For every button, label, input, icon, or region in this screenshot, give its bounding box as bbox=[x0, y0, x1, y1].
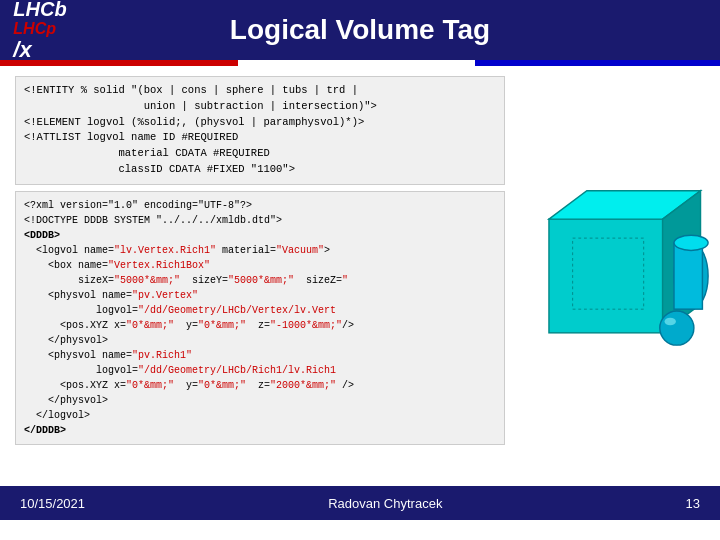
code-line-4: <logvol name="lv.Vertex.Rich1" material=… bbox=[24, 245, 330, 256]
logo-area: LHCb LHCp /x bbox=[0, 0, 80, 60]
code-line-10: </physvol> bbox=[24, 335, 108, 346]
footer-author: Radovan Chytracek bbox=[328, 496, 442, 511]
svg-point-6 bbox=[674, 235, 708, 250]
logo-lhcp: LHCp bbox=[13, 20, 66, 38]
entity-line2: union | subtraction | intersection)"> bbox=[24, 100, 377, 112]
code-line-14: </physvol> bbox=[24, 395, 108, 406]
code-line-13: <pos.XYZ x="0*&mm;" y="0*&mm;" z="2000*&… bbox=[24, 380, 354, 391]
page-title: Logical Volume Tag bbox=[230, 14, 490, 46]
code-line-15: </logvol> bbox=[24, 410, 90, 421]
footer: 10/15/2021 Radovan Chytracek 13 bbox=[0, 486, 720, 520]
svg-rect-5 bbox=[674, 243, 702, 309]
entity-line1: <!ENTITY % solid "(box | cons | sphere |… bbox=[24, 84, 358, 96]
code-line-2: <!DOCTYPE DDDB SYSTEM "../../../xmldb.dt… bbox=[24, 215, 282, 226]
svg-point-7 bbox=[660, 311, 694, 345]
right-panel bbox=[520, 66, 720, 486]
code-line-1: <?xml version="1.0" encoding="UTF-8"?> bbox=[24, 200, 252, 211]
logo-lhcb: LHCb bbox=[13, 0, 66, 20]
code-line-16: </DDDB> bbox=[24, 425, 66, 436]
xml-code-block: <?xml version="1.0" encoding="UTF-8"?> <… bbox=[15, 191, 505, 445]
attlist-line1: <!ATTLIST logvol name ID #REQUIRED bbox=[24, 131, 238, 143]
code-line-7: <physvol name="pv.Vertex" bbox=[24, 290, 198, 301]
dtd-block: <!ENTITY % solid "(box | cons | sphere |… bbox=[15, 76, 505, 185]
attlist-line3: classID CDATA #FIXED "1100"> bbox=[24, 163, 295, 175]
header: LHCb LHCp /x Logical Volume Tag bbox=[0, 0, 720, 60]
svg-rect-0 bbox=[549, 219, 663, 333]
code-line-5: <box name="Vertex.Rich1Box" bbox=[24, 260, 210, 271]
svg-point-8 bbox=[665, 318, 676, 326]
element-line: <!ELEMENT logvol (%solid;, (physvol | pa… bbox=[24, 116, 364, 128]
logo-slash: /x bbox=[13, 37, 31, 62]
logo: LHCb LHCp /x bbox=[13, 0, 66, 62]
main-content: <!ENTITY % solid "(box | cons | sphere |… bbox=[0, 66, 720, 486]
left-panel: <!ENTITY % solid "(box | cons | sphere |… bbox=[0, 66, 520, 486]
footer-date: 10/15/2021 bbox=[20, 496, 85, 511]
attlist-line2: material CDATA #REQUIRED bbox=[24, 147, 270, 159]
code-line-9: <pos.XYZ x="0*&mm;" y="0*&mm;" z="-1000*… bbox=[24, 320, 354, 331]
code-line-12: logvol="/dd/Geometry/LHCb/Rich1/lv.Rich1 bbox=[24, 365, 336, 376]
code-line-11: <physvol name="pv.Rich1" bbox=[24, 350, 192, 361]
3d-box-graphic bbox=[530, 176, 710, 376]
footer-page-number: 13 bbox=[686, 496, 700, 511]
code-line-6: sizeX="5000*&mm;" sizeY="5000*&mm;" size… bbox=[24, 275, 348, 286]
code-line-8: logvol="/dd/Geometry/LHCb/Vertex/lv.Vert bbox=[24, 305, 336, 316]
code-line-3: <DDDB> bbox=[24, 230, 60, 241]
